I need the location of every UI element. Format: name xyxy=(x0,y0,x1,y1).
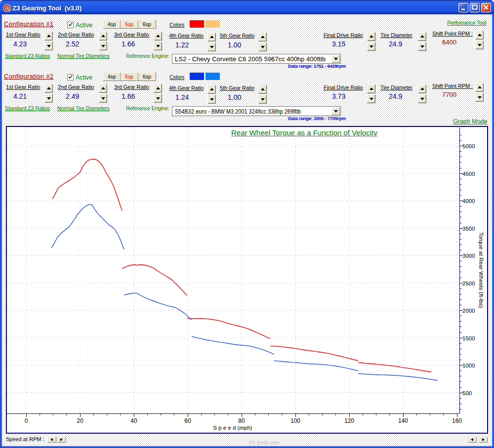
svg-text:2000: 2000 xyxy=(462,308,475,314)
svg-text:60: 60 xyxy=(184,417,191,424)
svg-text:500: 500 xyxy=(462,390,472,396)
svg-text:2500: 2500 xyxy=(462,281,475,286)
svg-text:1500: 1500 xyxy=(462,335,475,341)
svg-text:S p e e d (mph): S p e e d (mph) xyxy=(213,425,252,431)
svg-text:0: 0 xyxy=(25,417,28,424)
svg-text:4000: 4000 xyxy=(462,198,475,204)
svg-text:160: 160 xyxy=(452,417,462,424)
svg-text:100: 100 xyxy=(290,417,300,424)
svg-text:5000: 5000 xyxy=(462,143,475,149)
svg-text:140: 140 xyxy=(398,417,408,424)
svg-text:3000: 3000 xyxy=(462,253,475,259)
svg-text:120: 120 xyxy=(344,417,354,424)
svg-text:4500: 4500 xyxy=(462,171,475,177)
svg-text:20: 20 xyxy=(77,417,83,424)
svg-text:3500: 3500 xyxy=(462,226,475,232)
svg-text:Torque at Rear Wheels (ft-lbs): Torque at Rear Wheels (ft-lbs) xyxy=(478,232,484,308)
svg-text:1000: 1000 xyxy=(462,363,475,368)
svg-text:40: 40 xyxy=(130,417,137,424)
svg-text:80: 80 xyxy=(238,417,245,424)
